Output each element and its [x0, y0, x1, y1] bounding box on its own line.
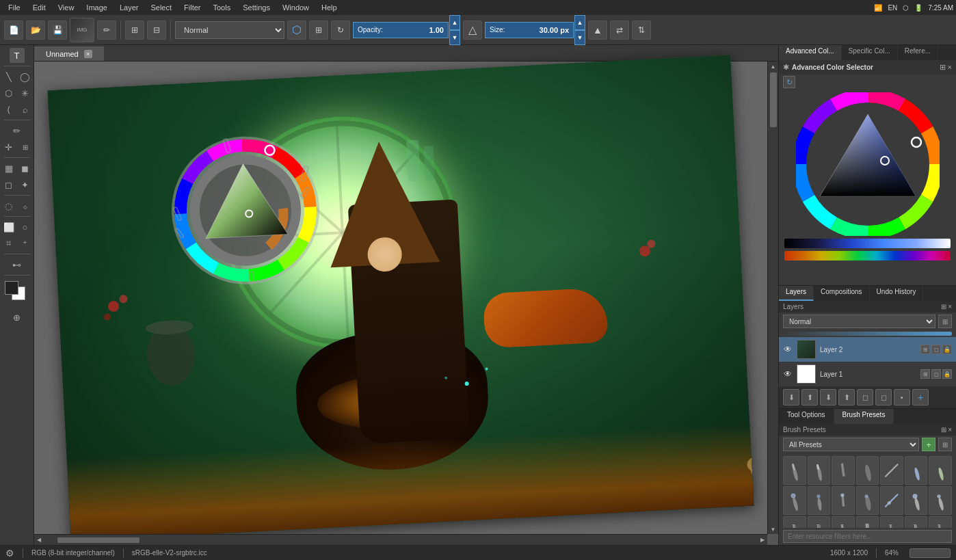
compositions-tab[interactable]: Compositions	[814, 286, 870, 301]
canvas-painting[interactable]	[47, 55, 754, 541]
status-icon[interactable]: ⚙	[5, 548, 14, 559]
filter-btn[interactable]: ⬡	[287, 21, 306, 40]
blend-mode-dropdown[interactable]: Normal	[175, 21, 284, 39]
freehand-tool[interactable]: ╲	[1, 69, 16, 84]
move-up-btn2[interactable]: ⬆	[838, 389, 855, 405]
menu-help[interactable]: Help	[316, 2, 343, 13]
color-gradient-bar[interactable]	[784, 239, 951, 248]
lasso-tool[interactable]: ⌕	[18, 102, 33, 117]
scroll-left-arrow[interactable]: ◀	[34, 535, 44, 545]
layer-1-icon-1[interactable]: ⊞	[920, 369, 930, 379]
color-refresh-btn[interactable]: ↻	[783, 76, 795, 88]
fill-tool[interactable]: ◼	[18, 161, 33, 176]
move-tool[interactable]: ✛	[1, 139, 16, 155]
opacity-down[interactable]: ▼	[449, 30, 460, 45]
brush-preset-10[interactable]	[832, 486, 855, 515]
size-up[interactable]: ▲	[574, 15, 585, 30]
new-button[interactable]: 📄	[4, 21, 23, 40]
zoom-tool[interactable]: ⊕	[10, 310, 25, 325]
layer-blend-mode[interactable]: Normal	[783, 315, 935, 328]
dodge-tool[interactable]: ⬦	[18, 198, 33, 213]
color-picker-tool[interactable]: ✦	[18, 177, 33, 192]
brush-preset-5[interactable]	[880, 456, 903, 485]
layer-item-2[interactable]: 👁 Layer 2 ⊞ ◻ 🔒	[779, 337, 956, 362]
smart-select[interactable]: ⁺	[18, 236, 33, 251]
brush-preset-14[interactable]	[929, 486, 952, 515]
add-layer-btn[interactable]: +	[912, 389, 929, 405]
wrap2-btn[interactable]: ⊞	[309, 21, 328, 40]
flip-v-btn[interactable]: ⇅	[632, 21, 651, 40]
flip-h-btn[interactable]: ⇄	[610, 21, 629, 40]
layer-1-icon-2[interactable]: ◻	[931, 369, 941, 379]
brush-preset-16[interactable]: T	[808, 516, 831, 528]
brush-filter-select[interactable]: All Presets	[783, 438, 919, 451]
advanced-color-tab[interactable]: Advanced Col...	[779, 45, 842, 60]
crop-tool[interactable]: ⊞	[18, 139, 33, 155]
canvas-tab-unnamed[interactable]: Unnamed ×	[34, 46, 104, 61]
menu-window[interactable]: Window	[277, 2, 315, 13]
menu-tools[interactable]: Tools	[208, 2, 237, 13]
gradient-tool[interactable]: ▦	[1, 161, 16, 176]
brush-presets-expand[interactable]: ⊞	[941, 426, 946, 434]
layer-2-icon-3[interactable]: 🔒	[942, 345, 952, 354]
opacity-value[interactable]: 1.00	[429, 26, 444, 34]
color-panel-close[interactable]: ×	[948, 63, 952, 72]
polygon-select-tool[interactable]: ⬡	[1, 85, 16, 101]
layer-1-visibility[interactable]: 👁	[783, 369, 793, 379]
menu-edit[interactable]: Edit	[27, 2, 51, 13]
right-panel-color-wheel[interactable]	[796, 92, 940, 236]
layers-expand-btn[interactable]: ⊞	[941, 303, 946, 310]
canvas-content[interactable]	[34, 62, 767, 534]
open-button[interactable]: 📂	[26, 21, 45, 40]
horizontal-scrollbar[interactable]: ◀ ▶	[34, 534, 767, 545]
vertical-scrollbar[interactable]: ▲ ▼	[767, 62, 778, 534]
color-panel-expand[interactable]: ⊞	[940, 63, 946, 72]
layer-item-1[interactable]: 👁 Layer 1 ⊞ ◻ 🔒	[779, 362, 956, 386]
add-preset-btn[interactable]: +	[922, 438, 935, 451]
brush-preset-11[interactable]	[856, 486, 879, 515]
size-down[interactable]: ▼	[574, 30, 585, 45]
brush-preset-7[interactable]	[929, 456, 952, 485]
layer-1-icon-3[interactable]: 🔒	[942, 369, 952, 379]
preset-options-btn[interactable]: ⊞	[938, 438, 952, 451]
delete-btn[interactable]: ▪	[894, 389, 910, 405]
transform-tool[interactable]: ✳	[18, 85, 33, 101]
layer-lock-btn[interactable]: ⊞	[938, 315, 952, 328]
brush-search-input[interactable]	[783, 530, 952, 543]
layers-tab[interactable]: Layers	[779, 286, 814, 301]
pattern-btn[interactable]: ⊞	[125, 21, 144, 40]
copy-layer-btn[interactable]: ⬇	[783, 389, 799, 405]
brush-presets-tab[interactable]: Brush Presets	[834, 409, 894, 424]
brush-preset-6[interactable]	[905, 456, 928, 485]
ellipse-select-tool[interactable]: ◯	[18, 69, 33, 84]
brush-preset-12[interactable]	[880, 486, 903, 515]
group-btn[interactable]: ◻	[875, 389, 892, 405]
angle-btn[interactable]: ▲	[588, 21, 607, 40]
color-picker-wheel[interactable]	[166, 131, 324, 289]
rect-select-tool[interactable]: ⬜	[1, 219, 16, 235]
path-tool[interactable]: ⟨	[1, 102, 16, 117]
thumbnail-btn[interactable]: IMG	[70, 18, 94, 42]
scroll-up-arrow[interactable]: ▲	[769, 62, 778, 71]
eraser-tool[interactable]: ◻	[1, 177, 16, 192]
move-up-btn[interactable]: ⬆	[801, 389, 818, 405]
brush-preset-9[interactable]	[808, 486, 831, 515]
ellipse-tool2[interactable]: ○	[18, 219, 33, 235]
menu-settings[interactable]: Settings	[237, 2, 276, 13]
brush-preset-3[interactable]	[832, 456, 855, 485]
brush-preset-4[interactable]	[856, 456, 879, 485]
size-value[interactable]: 30.00 px	[540, 26, 569, 34]
contiguous-select[interactable]: ⌗	[1, 236, 16, 251]
flatten-btn[interactable]: ◻	[857, 389, 873, 405]
move-down-btn[interactable]: ⬇	[820, 389, 836, 405]
menu-file[interactable]: File	[3, 2, 26, 13]
save-button[interactable]: 💾	[48, 21, 67, 40]
layer-opacity-bar[interactable]	[783, 332, 952, 336]
canvas-tab-close[interactable]: ×	[84, 50, 92, 58]
brush-preset-1[interactable]	[783, 456, 806, 485]
menu-view[interactable]: View	[53, 2, 80, 13]
layer-2-icon-1[interactable]: ⊞	[920, 345, 930, 354]
menu-layer[interactable]: Layer	[114, 2, 144, 13]
brush-preset-19[interactable]: T	[880, 516, 903, 528]
reference-tab[interactable]: Refere...	[898, 45, 938, 60]
